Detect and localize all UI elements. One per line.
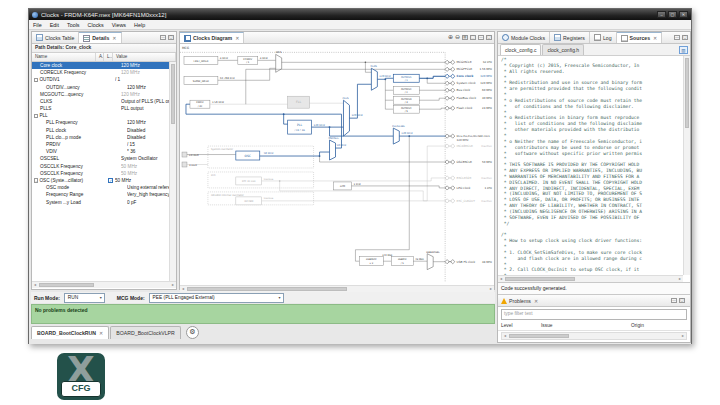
problems-horizontal-scrollbar[interactable]: ◄ ► (501, 332, 687, 340)
clock-output-label[interactable]: ERCLK32K (457, 176, 472, 180)
clock-output-label[interactable]: MCGIRCLK (457, 60, 472, 64)
tab-clock-config-c[interactable]: clock_config.c (500, 44, 541, 55)
close-tab-icon[interactable]: ✕ (235, 35, 239, 41)
close-tab-icon[interactable]: ✕ (534, 298, 538, 304)
details-horizontal-scrollbar[interactable]: ◄ ► (32, 281, 176, 288)
menu-help[interactable]: Help (134, 22, 145, 28)
menu-file[interactable]: File (33, 22, 42, 28)
menu-views[interactable]: Views (112, 22, 126, 28)
tree-expander-icon[interactable]: - (34, 78, 38, 82)
oscsel-mux[interactable] (330, 140, 336, 160)
xtal0-pin[interactable] (182, 162, 187, 167)
ircs-mux[interactable] (276, 54, 282, 72)
clock-output-label[interactable]: FlexBus clock (457, 96, 477, 100)
details-row[interactable]: -OUTDIV1/ 1 (32, 76, 176, 83)
extal0-pin[interactable] (182, 152, 187, 157)
col-issue[interactable]: Issue (541, 323, 631, 328)
maximize-view-icon[interactable]: ▢ (486, 35, 492, 40)
diagram-horizontal-scrollbar[interactable]: ◄ ► (180, 285, 494, 292)
tree-expander-icon[interactable]: - (34, 178, 38, 182)
details-row[interactable]: OSCCLK Frequency50 MHz (32, 170, 176, 177)
details-row[interactable]: PLL clockDisabled (32, 127, 176, 134)
clock-output-label[interactable]: IRC48MCLK (457, 144, 473, 148)
maximize-view-icon[interactable]: ▢ (168, 35, 174, 40)
zoom-out-icon[interactable]: ⊖ (455, 33, 460, 42)
usbsrcsel-mux[interactable] (427, 254, 433, 270)
close-button[interactable]: ✕ (679, 11, 688, 18)
minimize-view-icon[interactable]: — (674, 35, 680, 40)
code-editor[interactable]: /* * Copyright (c) 2015, Freescale Semic… (498, 56, 690, 282)
clocks-diagram-canvas[interactable]: MCG FAST_IRCLK 4 MHz FCRDIV / 1 4 MHz IR… (180, 44, 494, 285)
details-row[interactable]: CLKSOutput of PLLS (PLL or F (32, 98, 176, 105)
manage-configurations-button[interactable]: ⚙ (186, 326, 199, 339)
col-a[interactable]: A... (96, 53, 104, 61)
details-row[interactable]: System ...y Load0 pF (32, 199, 176, 206)
tab-board-bootclockvlpr[interactable]: BOARD_BootClockVLPR (110, 326, 181, 339)
clock-output-label[interactable]: Bus clock (457, 88, 471, 92)
maximize-view-icon[interactable]: ▢ (682, 35, 688, 40)
tab-board-bootclockrun[interactable]: BOARD_BootClockRUN ✕ (31, 326, 109, 339)
details-row[interactable]: MCGOUTC...quency120 MHz (32, 91, 176, 98)
clock-output-label[interactable]: OSCERCLK (457, 160, 472, 164)
close-tab-icon[interactable]: ✕ (99, 330, 103, 336)
col-l[interactable]: L... (104, 53, 113, 61)
title-bar[interactable]: Clocks - FRDM-K64F.mex [MK64FN1M0xxx12] … (29, 9, 691, 20)
tab-clocks-diagram[interactable]: Clocks Diagram ✕ (180, 32, 244, 43)
details-row[interactable]: CORECLK Frequency120 MHz (32, 69, 176, 76)
minimize-button[interactable]: – (657, 11, 666, 18)
tab-clock-config-h[interactable]: clock_config.h (542, 44, 584, 55)
col-origin[interactable]: Origin (631, 323, 687, 328)
col-level[interactable]: Level (501, 323, 541, 328)
details-row[interactable]: PLLSPLL output (32, 105, 176, 112)
clock-output-label[interactable]: USB FS clock (457, 260, 476, 264)
details-row[interactable]: -PLL (32, 112, 176, 119)
zoom-in-icon[interactable]: ⊕ (448, 33, 453, 42)
problems-filter-input[interactable]: type filter text (501, 309, 687, 320)
tab-module-clocks[interactable]: Module Clocks (498, 32, 550, 43)
minimize-view-icon[interactable]: — (671, 298, 677, 303)
details-row[interactable]: OSCSELSystem Oscillator (32, 155, 176, 162)
details-row[interactable]: PRDIV/ 15 (32, 141, 176, 148)
details-row[interactable]: OUTDIV...uency120 MHz (32, 84, 176, 91)
menu-clocks[interactable]: Clocks (88, 22, 104, 28)
clock-output-label[interactable]: Core clock (457, 74, 474, 78)
menu-edit[interactable]: Edit (50, 22, 59, 28)
fit-diagram-icon[interactable]: ⬚ (470, 35, 476, 40)
tree-expander-icon[interactable]: - (34, 114, 38, 118)
code-horizontal-scrollbar[interactable]: ◄ ► (498, 275, 683, 282)
close-tab-icon[interactable]: ✕ (653, 35, 657, 41)
run-mode-select[interactable]: RUN (64, 293, 105, 303)
export-diagram-icon[interactable]: ▤ (462, 35, 468, 40)
details-row[interactable]: Frequency RangeVery_high frequency ran (32, 191, 176, 198)
pllfllsel-mux[interactable] (393, 128, 399, 144)
details-vertical-scrollbar[interactable] (169, 62, 176, 281)
tab-sources[interactable]: Sources ✕ (617, 32, 663, 43)
details-row[interactable]: PLL clo...p modeDisabled (32, 134, 176, 141)
menu-tools[interactable]: Tools (67, 22, 80, 28)
clock-output-label[interactable]: LPO clock (457, 186, 471, 190)
tab-registers[interactable]: Registers (550, 32, 590, 43)
mcg-mode-select[interactable]: PEE (PLL Engaged External) (149, 293, 284, 303)
details-row[interactable]: Core clock120 MHz (32, 62, 176, 69)
tab-details[interactable]: Details ✕ (79, 32, 121, 43)
clock-output-label[interactable]: MCGFFCLK (457, 67, 473, 71)
clock-output-label[interactable]: Flash clock (457, 106, 473, 110)
details-row[interactable]: OSC modeUsing external reference (32, 184, 176, 191)
maximize-button[interactable]: ▢ (668, 11, 677, 18)
clock-output-label[interactable]: System clock (457, 81, 476, 85)
tab-clocks-table[interactable]: Clocks Table (32, 32, 79, 43)
details-row[interactable]: -OSC (Syste...cillator)✓50 MHz (32, 177, 176, 184)
clock-output-label[interactable]: RTC_CLKOUT (457, 199, 476, 203)
plls-mux[interactable] (343, 100, 349, 136)
enable-checkbox[interactable]: ✓ (108, 178, 113, 183)
details-row[interactable]: PLL Frequency120 MHz (32, 120, 176, 127)
maximize-view-icon[interactable]: ▢ (679, 298, 685, 303)
copy-source-icon[interactable]: ▥ (679, 46, 688, 54)
close-tab-icon[interactable]: ✕ (112, 35, 116, 41)
details-row[interactable]: VDIV* 36 (32, 148, 176, 155)
tab-log[interactable]: Log (590, 32, 617, 43)
details-row[interactable]: OSCCLK Frequency50 MHz (32, 163, 176, 170)
col-name[interactable]: Name (32, 53, 96, 61)
minimize-view-icon[interactable]: — (478, 35, 484, 40)
minimize-view-icon[interactable]: — (160, 35, 166, 40)
